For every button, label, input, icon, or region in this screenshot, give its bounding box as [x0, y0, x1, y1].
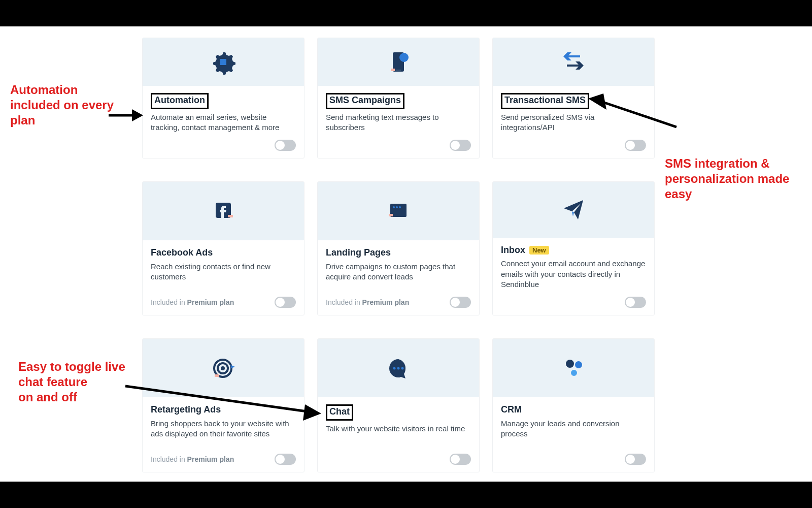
card-chat: Chat Talk with your website visitors in … [317, 338, 480, 472]
svg-line-25 [601, 102, 676, 127]
svg-rect-5 [391, 69, 395, 71]
svg-point-15 [221, 366, 225, 370]
card-desc: Drive campaigns to custom pages that acq… [326, 262, 471, 282]
toggle-retargeting[interactable] [275, 454, 296, 465]
card-title: Inbox [501, 245, 525, 256]
toggle-transactional-sms[interactable] [625, 140, 646, 151]
browser-window-icon [386, 199, 411, 224]
target-icon [211, 356, 236, 381]
card-title: Chat [326, 404, 353, 421]
facebook-icon [211, 199, 236, 224]
svg-rect-1 [220, 59, 226, 65]
svg-point-11 [399, 206, 401, 208]
card-desc: Reach existing contacts or find new cust… [151, 262, 296, 282]
svg-point-4 [399, 53, 409, 62]
arrow-to-chat [124, 382, 322, 423]
svg-marker-26 [588, 93, 606, 110]
toggle-sms-campaigns[interactable] [450, 140, 471, 151]
arrow-to-automation [108, 105, 143, 125]
card-desc: Send marketing text messages to subscrib… [326, 112, 471, 133]
card-desc: Automate an email series, website tracki… [151, 112, 296, 133]
card-desc: Manage your leads and conversion process [501, 419, 646, 439]
card-desc: Talk with your website visitors in real … [326, 424, 471, 434]
card-inbox: Inbox New Connect your email account and… [492, 181, 655, 315]
nodes-icon [561, 356, 586, 381]
toggle-landing-pages[interactable] [450, 297, 471, 308]
stage: Automation Automate an email series, web… [0, 26, 812, 482]
plan-note: Included in Premium plan [151, 298, 234, 306]
paper-plane-icon [561, 197, 586, 223]
svg-point-9 [393, 206, 395, 208]
svg-marker-24 [132, 109, 143, 121]
facebook-ads-icon-area [143, 182, 304, 240]
landing-pages-icon-area [318, 182, 479, 240]
card-title: SMS Campaigns [326, 93, 404, 109]
svg-point-17 [393, 367, 396, 369]
svg-rect-16 [215, 374, 219, 377]
card-title: Transactional SMS [501, 93, 589, 109]
svg-point-18 [397, 367, 400, 369]
svg-line-27 [125, 386, 307, 411]
annotation-sms: SMS integration & personalization made e… [665, 156, 802, 202]
letterbox-top [0, 0, 812, 26]
sms-campaigns-icon-area [318, 38, 479, 86]
card-title: CRM [501, 404, 522, 416]
card-title: Automation [151, 93, 209, 109]
card-landing-pages: Landing Pages Drive campaigns to custom … [317, 181, 480, 315]
svg-rect-3 [396, 70, 401, 71]
toggle-facebook-ads[interactable] [275, 297, 296, 308]
card-facebook-ads: Facebook Ads Reach existing contacts or … [142, 181, 304, 315]
card-title: Facebook Ads [151, 247, 213, 259]
toggle-chat[interactable] [450, 454, 471, 465]
svg-marker-28 [303, 404, 321, 421]
svg-point-21 [575, 361, 582, 368]
inbox-icon-area [493, 182, 654, 238]
arrow-to-transactional [586, 92, 678, 128]
toggle-crm[interactable] [625, 454, 646, 465]
svg-point-10 [396, 206, 398, 208]
arrows-exchange-icon [561, 49, 586, 75]
svg-point-19 [401, 367, 404, 369]
letterbox-bottom [0, 482, 812, 508]
card-title: Landing Pages [326, 247, 391, 259]
toggle-automation[interactable] [275, 140, 296, 151]
toggle-inbox[interactable] [625, 297, 646, 308]
card-crm: CRM Manage your leads and conversion pro… [492, 338, 655, 472]
card-automation: Automation Automate an email series, web… [142, 38, 304, 158]
transactional-sms-icon-area [493, 38, 654, 86]
svg-rect-7 [228, 215, 233, 217]
new-badge: New [529, 246, 549, 255]
svg-point-22 [571, 370, 577, 376]
svg-point-20 [566, 360, 574, 368]
card-desc: Connect your email account and exchange … [501, 259, 646, 290]
automation-icon-area [143, 38, 304, 86]
plan-note: Included in Premium plan [151, 455, 234, 463]
crm-icon-area [493, 339, 654, 397]
plan-note: Included in Premium plan [326, 298, 409, 306]
annotation-chat: Easy to toggle live chat feature on and … [18, 359, 130, 405]
chat-bubble-icon [386, 356, 411, 381]
card-sms-campaigns: SMS Campaigns Send marketing text messag… [317, 38, 480, 158]
gear-icon [211, 49, 236, 75]
chat-icon-area [318, 339, 479, 397]
phone-icon [386, 49, 411, 75]
svg-rect-12 [389, 214, 393, 216]
